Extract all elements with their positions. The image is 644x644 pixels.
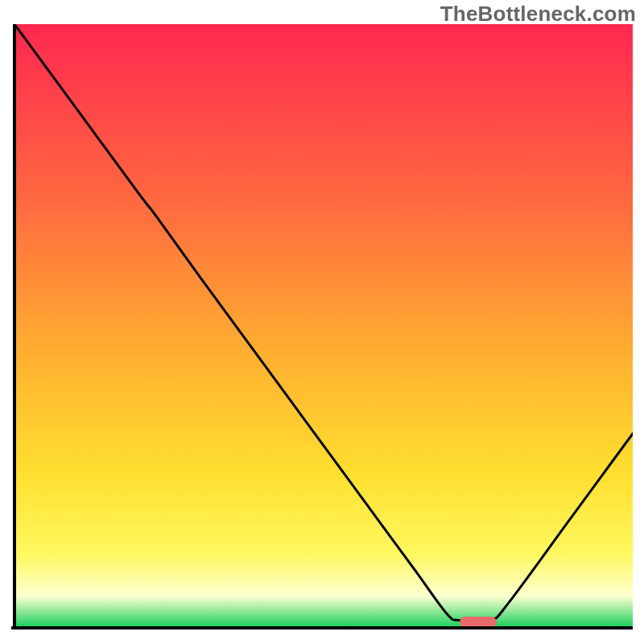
gradient-background <box>14 24 633 626</box>
watermark-text: TheBottleneck.com <box>440 2 636 27</box>
optimal-marker <box>460 617 497 628</box>
chart-plot-area <box>11 24 633 633</box>
chart-svg <box>11 24 633 633</box>
chart-frame: TheBottleneck.com <box>0 0 644 644</box>
